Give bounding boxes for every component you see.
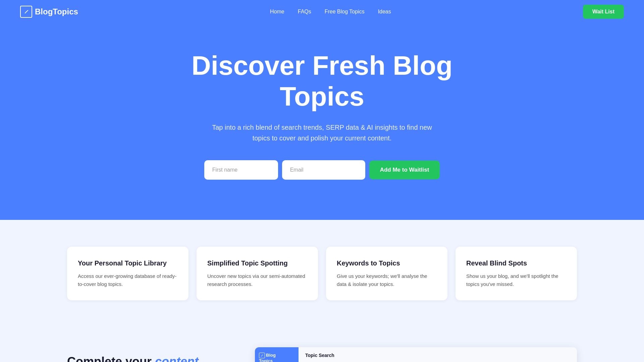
nav-free-blog-topics[interactable]: Free Blog Topics <box>325 9 365 15</box>
nav-faqs[interactable]: FAQs <box>298 9 311 15</box>
bottom-title-prefix: Complete your <box>67 355 155 362</box>
bottom-section: Complete your content canvas. Search les… <box>0 327 644 362</box>
features-section: Your Personal Topic Library Access our e… <box>0 220 644 327</box>
app-logo-icon: ⟋ <box>259 353 265 358</box>
nav-waitlist-button[interactable]: Wait List <box>583 5 624 19</box>
feature-title-3: Keywords to Topics <box>337 259 437 267</box>
app-main-title: Topic Search <box>305 353 570 358</box>
nav-home[interactable]: Home <box>270 9 284 15</box>
feature-title-1: Your Personal Topic Library <box>78 259 178 267</box>
app-main: Topic Search off grid solar, solar gener… <box>299 347 577 362</box>
bottom-text: Complete your content canvas. Search les… <box>67 347 228 362</box>
email-input[interactable] <box>282 160 365 180</box>
feature-card-3: Keywords to Topics Give us your keywords… <box>326 247 447 300</box>
feature-desc-1: Access our ever-growing database of read… <box>78 272 178 288</box>
feature-card-2: Simplified Topic Spotting Uncover new to… <box>197 247 318 300</box>
logo-text: BlogTopics <box>35 7 78 16</box>
hero-subtitle: Tap into a rich blend of search trends, … <box>208 122 436 143</box>
feature-desc-2: Uncover new topics via our semi-automate… <box>207 272 307 288</box>
nav-links: Home FAQs Free Blog Topics Ideas <box>270 9 391 15</box>
add-to-waitlist-button[interactable]: Add Me to Waitlist <box>369 161 440 179</box>
navbar: ⟋ BlogTopics Home FAQs Free Blog Topics … <box>0 0 644 23</box>
feature-desc-4: Show us your blog, and we'll spotlight t… <box>466 272 566 288</box>
app-preview: ⟋BlogTopics Dashboard Projects Topic Sea… <box>255 347 577 362</box>
first-name-input[interactable] <box>204 160 278 180</box>
feature-card-4: Reveal Blind Spots Show us your blog, an… <box>455 247 577 300</box>
feature-title-4: Reveal Blind Spots <box>466 259 566 267</box>
nav-ideas[interactable]: Ideas <box>378 9 391 15</box>
hero-section: Discover Fresh Blog Topics Tap into a ri… <box>0 23 644 220</box>
feature-card-1: Your Personal Topic Library Access our e… <box>67 247 189 300</box>
hero-form: Add Me to Waitlist <box>205 160 439 180</box>
logo[interactable]: ⟋ BlogTopics <box>20 6 78 18</box>
feature-title-2: Simplified Topic Spotting <box>207 259 307 267</box>
features-grid: Your Personal Topic Library Access our e… <box>67 247 577 300</box>
app-preview-container: ⟋BlogTopics Dashboard Projects Topic Sea… <box>255 347 577 362</box>
hero-title: Discover Fresh Blog Topics <box>171 50 473 112</box>
app-sidebar: ⟋BlogTopics Dashboard Projects Topic Sea… <box>255 347 299 362</box>
feature-desc-3: Give us your keywords; we'll analyse the… <box>337 272 437 288</box>
bottom-title: Complete your content canvas. <box>67 354 228 362</box>
app-logo-mini: ⟋BlogTopics <box>259 353 294 362</box>
logo-icon: ⟋ <box>20 6 32 18</box>
